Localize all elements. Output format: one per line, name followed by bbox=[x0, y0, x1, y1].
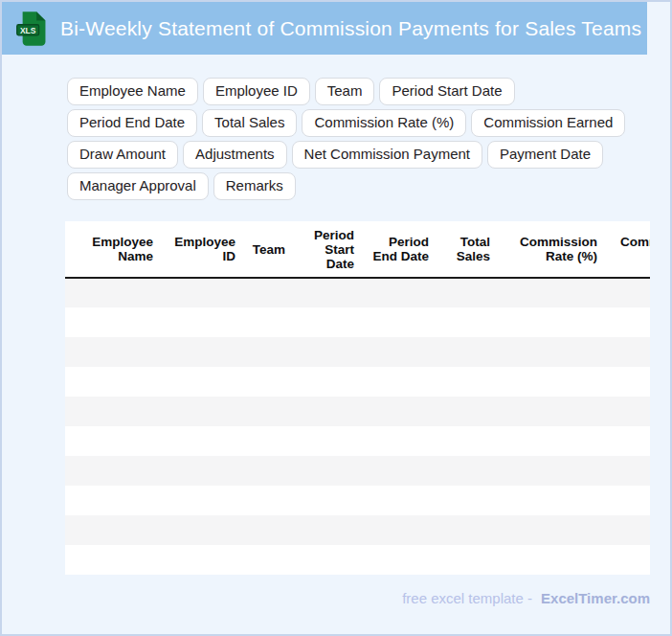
table-cell[interactable] bbox=[65, 486, 161, 515]
table-cell[interactable] bbox=[243, 397, 293, 426]
brand-link[interactable]: ExcelTimer.com bbox=[541, 590, 650, 606]
table-cell[interactable] bbox=[243, 486, 293, 515]
table-cell[interactable] bbox=[65, 367, 161, 397]
table-cell[interactable] bbox=[65, 307, 161, 337]
field-chip[interactable]: Total Sales bbox=[202, 109, 297, 137]
field-chip[interactable]: Period Start Date bbox=[379, 78, 514, 105]
table-cell[interactable] bbox=[498, 337, 605, 367]
table-cell[interactable] bbox=[243, 367, 293, 397]
table-cell[interactable] bbox=[605, 337, 650, 367]
table-row[interactable] bbox=[65, 337, 650, 367]
table-cell[interactable] bbox=[161, 337, 243, 367]
table-cell[interactable] bbox=[243, 545, 293, 575]
field-chip[interactable]: Employee Name bbox=[67, 78, 198, 105]
table-cell[interactable] bbox=[362, 456, 437, 486]
table-cell[interactable] bbox=[437, 486, 498, 515]
table-cell[interactable] bbox=[293, 426, 362, 456]
table-cell[interactable] bbox=[437, 367, 498, 397]
table-cell[interactable] bbox=[65, 278, 161, 307]
table-row[interactable] bbox=[65, 278, 650, 307]
table-cell[interactable] bbox=[437, 426, 498, 456]
table-row[interactable] bbox=[65, 307, 650, 337]
table-cell[interactable] bbox=[161, 397, 243, 426]
table-cell[interactable] bbox=[161, 367, 243, 397]
table-cell[interactable] bbox=[293, 545, 362, 575]
table-cell[interactable] bbox=[293, 367, 362, 397]
table-cell[interactable] bbox=[498, 486, 605, 515]
table-cell[interactable] bbox=[498, 456, 605, 486]
field-chip[interactable]: Draw Amount bbox=[67, 141, 178, 169]
table-cell[interactable] bbox=[437, 307, 498, 337]
field-chip[interactable]: Payment Date bbox=[487, 141, 603, 169]
table-cell[interactable] bbox=[293, 337, 362, 367]
table-cell[interactable] bbox=[243, 307, 293, 337]
table-cell[interactable] bbox=[161, 515, 243, 545]
field-chip[interactable]: Employee ID bbox=[203, 78, 310, 105]
table-cell[interactable] bbox=[161, 307, 243, 337]
table-cell[interactable] bbox=[362, 278, 437, 307]
table-cell[interactable] bbox=[161, 456, 243, 486]
table-cell[interactable] bbox=[293, 515, 362, 545]
table-cell[interactable] bbox=[362, 486, 437, 515]
table-cell[interactable] bbox=[498, 426, 605, 456]
field-chip[interactable]: Adjustments bbox=[183, 141, 287, 169]
table-cell[interactable] bbox=[605, 307, 650, 337]
table-cell[interactable] bbox=[362, 426, 437, 456]
table-cell[interactable] bbox=[498, 278, 605, 307]
table-cell[interactable] bbox=[243, 278, 293, 307]
table-cell[interactable] bbox=[65, 426, 161, 456]
table-cell[interactable] bbox=[605, 367, 650, 397]
table-cell[interactable] bbox=[498, 307, 605, 337]
table-cell[interactable] bbox=[65, 515, 161, 545]
table-row[interactable] bbox=[65, 545, 650, 575]
field-chip[interactable]: Net Commission Payment bbox=[292, 141, 482, 169]
table-cell[interactable] bbox=[362, 337, 437, 367]
table-cell[interactable] bbox=[437, 337, 498, 367]
table-cell[interactable] bbox=[605, 515, 650, 545]
table-cell[interactable] bbox=[437, 278, 498, 307]
table-cell[interactable] bbox=[437, 456, 498, 486]
table-cell[interactable] bbox=[362, 397, 437, 426]
table-row[interactable] bbox=[65, 426, 650, 456]
table-cell[interactable] bbox=[498, 545, 605, 575]
table-cell[interactable] bbox=[437, 545, 498, 575]
table-cell[interactable] bbox=[605, 426, 650, 456]
table-cell[interactable] bbox=[293, 397, 362, 426]
table-cell[interactable] bbox=[293, 486, 362, 515]
field-chip[interactable]: Manager Approval bbox=[67, 172, 209, 200]
table-cell[interactable] bbox=[161, 426, 243, 456]
table-cell[interactable] bbox=[243, 426, 293, 456]
table-cell[interactable] bbox=[65, 397, 161, 426]
table-row[interactable] bbox=[65, 515, 650, 545]
table-cell[interactable] bbox=[362, 367, 437, 397]
table-cell[interactable] bbox=[605, 486, 650, 515]
table-cell[interactable] bbox=[362, 545, 437, 575]
table-cell[interactable] bbox=[605, 278, 650, 307]
table-row[interactable] bbox=[65, 456, 650, 486]
field-chip[interactable]: Commission Rate (%) bbox=[302, 109, 466, 137]
table-row[interactable] bbox=[65, 397, 650, 426]
table-cell[interactable] bbox=[65, 337, 161, 367]
table-cell[interactable] bbox=[293, 456, 362, 486]
table-cell[interactable] bbox=[362, 307, 437, 337]
table-cell[interactable] bbox=[498, 367, 605, 397]
table-cell[interactable] bbox=[161, 278, 243, 307]
table-cell[interactable] bbox=[362, 515, 437, 545]
table-cell[interactable] bbox=[65, 456, 161, 486]
field-chip[interactable]: Period End Date bbox=[67, 109, 197, 137]
table-cell[interactable] bbox=[498, 397, 605, 426]
table-cell[interactable] bbox=[293, 278, 362, 307]
table-cell[interactable] bbox=[161, 545, 243, 575]
table-cell[interactable] bbox=[243, 337, 293, 367]
field-chip[interactable]: Commission Earned bbox=[471, 109, 625, 137]
table-cell[interactable] bbox=[243, 515, 293, 545]
table-cell[interactable] bbox=[161, 486, 243, 515]
field-chip[interactable]: Team bbox=[315, 78, 375, 105]
table-row[interactable] bbox=[65, 367, 650, 397]
table-cell[interactable] bbox=[293, 307, 362, 337]
table-cell[interactable] bbox=[437, 397, 498, 426]
field-chip[interactable]: Remarks bbox=[213, 172, 296, 200]
table-cell[interactable] bbox=[605, 456, 650, 486]
table-cell[interactable] bbox=[243, 456, 293, 486]
table-cell[interactable] bbox=[605, 397, 650, 426]
